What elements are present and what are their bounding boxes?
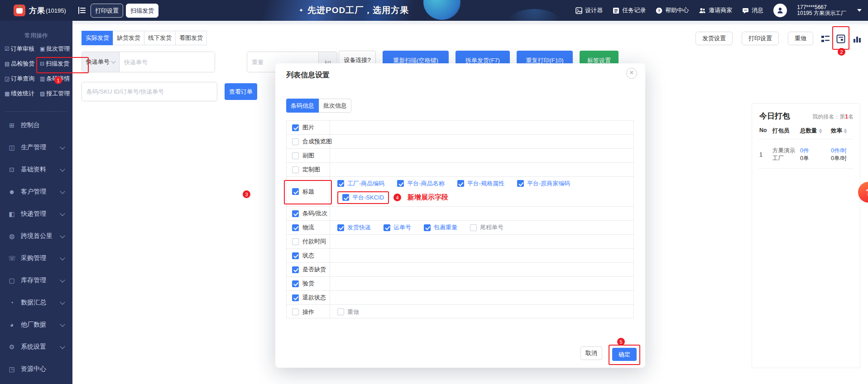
tab-actual-ship[interactable]: 实际发货 (82, 31, 113, 45)
table-row: 物流 发货快递 运单号 包裹重量 尾程单号 (287, 221, 633, 235)
sidebar-item-system-settings[interactable]: ⚙系统设置 (0, 340, 72, 354)
checkbox-operation[interactable] (292, 308, 299, 315)
cancel-button[interactable]: 取消 (580, 346, 602, 360)
checkbox-status[interactable] (292, 252, 299, 259)
checkbox-platform-spec[interactable]: 平台-规格属性 (457, 180, 504, 188)
row-efficiency: 0件/时 0单/时 (831, 147, 847, 162)
chevron-down-icon (111, 59, 116, 64)
checkbox-sub-image[interactable] (292, 152, 299, 159)
checkbox-package-weight[interactable]: 包裹重量 (424, 223, 457, 232)
print-settings-toggle[interactable]: 打印设置 (91, 4, 123, 18)
sidebar-item-qc-inspect[interactable]: ▤品检验货 (5, 59, 40, 68)
other-factory-icon: ◕ (8, 321, 15, 328)
sidebar-item-order-query[interactable]: ◲订单查询 (5, 74, 40, 83)
tab-offline-ship[interactable]: 线下发货 (144, 31, 176, 45)
sort-icon[interactable] (819, 128, 822, 133)
annotation-box-skcid: 平台-SKCID (337, 191, 389, 204)
annotation-badge-4: 4 (393, 194, 401, 201)
sidebar-item-purchase[interactable]: ☏采购管理 (0, 251, 72, 265)
list-info-settings-icon[interactable] (836, 34, 846, 44)
table-row-title: 标题 工厂-商品编码 平台-商品名称 平台-规格属性 平台-原商家编码 平台-S… (287, 177, 633, 207)
checkbox-factory-product-code[interactable]: 工厂-商品编码 (337, 180, 384, 188)
svg-text:?: ? (658, 8, 661, 13)
col-header-total[interactable]: 总数量 (800, 127, 822, 135)
invite-merchant-link[interactable]: 邀请商家 (699, 6, 732, 14)
tab-barcode-info[interactable]: 条码信息 (286, 99, 319, 113)
sidebar-item-crossborder[interactable]: ◍跨境首公里 (0, 229, 72, 243)
annotation-badge-2: 2 (838, 48, 845, 56)
print-settings-button[interactable]: 打印设置 (742, 32, 779, 45)
sidebar-item-performance-stats[interactable]: ▦绩效统计 (5, 89, 40, 98)
checkbox-composite-preview[interactable] (292, 138, 299, 145)
express-type-select[interactable]: 快递单号 (82, 52, 120, 72)
sidebar-item-inventory[interactable]: ▢库存管理 (0, 274, 72, 287)
my-rank-label: 我的排名：第1名 (812, 113, 854, 121)
ship-settings-button[interactable]: 发货设置 (695, 32, 733, 45)
sidebar-item-other-factory[interactable]: ◕他厂数据 (0, 318, 72, 332)
checkbox-logistics[interactable] (292, 224, 299, 231)
sidebar-item-production[interactable]: ◫生产管理 (0, 141, 72, 154)
performance-stats-icon: ▦ (5, 90, 10, 97)
checkbox-barcode-batch[interactable] (292, 210, 299, 217)
statistics-chart-icon[interactable] (852, 34, 862, 44)
checkbox-platform-skcid[interactable]: 平台-SKCID (342, 194, 384, 202)
checkbox-redo[interactable]: 重做 (337, 308, 359, 316)
sidebar-item-console[interactable]: ⊞控制台 (0, 119, 72, 132)
sidebar-item-batch-manage[interactable]: ▣批次管理 (40, 44, 72, 53)
checkbox-last-mile-no[interactable]: 尾程单号 (470, 223, 504, 232)
order-audit-icon: ☑ (5, 46, 10, 52)
redo-button[interactable]: 重做 (788, 32, 813, 45)
sidebar-item-data-summary[interactable]: ◔数据汇总 (0, 296, 72, 309)
checkbox-waybill-no[interactable]: 运单号 (384, 223, 411, 232)
checkbox-image[interactable] (292, 124, 299, 131)
confirm-button[interactable]: 确定 (612, 348, 637, 361)
console-icon: ⊞ (8, 122, 15, 129)
tab-batch-info[interactable]: 批次信息 (319, 99, 351, 113)
barcode-box (82, 82, 217, 101)
barcode-detail-icon: ▥ (40, 76, 45, 82)
checkbox-ship-express[interactable]: 发货快递 (337, 223, 371, 232)
barcode-input[interactable] (82, 82, 217, 101)
topbar-right-group: 设计器 任务记录 ? 帮助中心 邀请商家 消息 177****5 (575, 0, 862, 21)
sort-icon[interactable] (844, 128, 847, 133)
sidebar-item-work-report[interactable]: ▧报工管理 (40, 89, 72, 98)
chevron-down-icon (60, 299, 65, 304)
checkbox-pay-time[interactable] (292, 238, 299, 245)
designer-link[interactable]: 设计器 (575, 6, 603, 14)
close-icon[interactable]: ✕ (626, 68, 637, 79)
account-factory: 10195 方果演示工厂 (797, 10, 846, 16)
sidebar-item-scan-ship[interactable]: ⊟扫描发货 (40, 59, 72, 68)
designer-icon (575, 7, 582, 14)
account-info[interactable]: 177****5667 10195 方果演示工厂 (797, 5, 846, 16)
view-order-button[interactable]: 查看订单 (225, 83, 257, 100)
column-list-icon[interactable] (820, 34, 830, 44)
chevron-down-icon (60, 144, 65, 149)
checkbox-out-of-stock[interactable] (292, 266, 299, 273)
checkbox-platform-origin-code[interactable]: 平台-原商家编码 (517, 180, 570, 188)
sidebar-item-resource-center[interactable]: ◳资源中心 (0, 362, 72, 376)
sidebar-item-order-audit[interactable]: ☑订单审核 (5, 44, 40, 53)
sidebar-item-customer[interactable]: ☻客户管理 (0, 185, 72, 199)
messages-link[interactable]: 消息 (742, 6, 763, 14)
account-caret-icon[interactable] (857, 9, 862, 12)
user-avatar[interactable] (773, 4, 787, 17)
checkbox-custom-image[interactable] (292, 166, 299, 173)
task-record-link[interactable]: 任务记录 (613, 6, 646, 14)
checkbox-platform-product-name[interactable]: 平台-商品名称 (397, 180, 444, 188)
checkbox-title[interactable] (292, 188, 299, 195)
col-header-efficiency[interactable]: 效率 (831, 127, 847, 135)
col-header-no: No (759, 127, 767, 133)
sidebar-item-express[interactable]: ◧快递管理 (0, 207, 72, 221)
checkbox-refund-status[interactable] (292, 294, 299, 301)
tab-shortage-ship[interactable]: 缺货发货 (113, 31, 144, 45)
help-center-link[interactable]: ? 帮助中心 (656, 6, 689, 14)
checkbox-inspection[interactable] (292, 280, 299, 287)
sidebar-item-basic-data[interactable]: ⊡基础资料 (0, 163, 72, 176)
crossborder-icon: ◍ (8, 232, 15, 240)
scan-ship-toggle[interactable]: 扫描发货 (126, 4, 158, 18)
tab-picture-ship[interactable]: 看图发货 (175, 31, 207, 45)
sidebar-collapse-icon[interactable] (78, 6, 86, 14)
express-no-input[interactable] (120, 52, 215, 72)
sidebar-common-ops: ☑订单审核 ▣批次管理 ▤品检验货 ⊟扫描发货 ◲订单查询 ▥条码详情 ▦绩效统… (5, 44, 72, 98)
brand-name: 方果 (29, 5, 45, 16)
